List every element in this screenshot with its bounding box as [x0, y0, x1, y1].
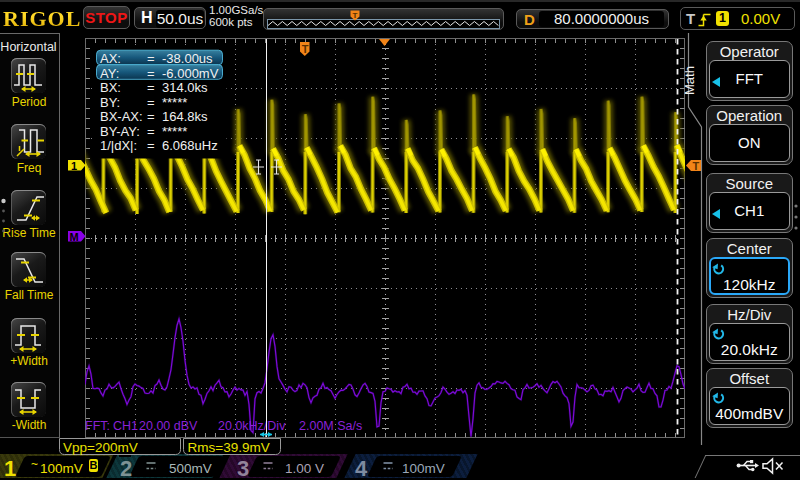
svg-text:AY:: AY:: [100, 66, 119, 81]
svg-text:=: =: [147, 51, 155, 66]
svg-text:*****: *****: [162, 124, 187, 139]
svg-text:BX:: BX:: [100, 80, 121, 95]
svg-text:BY:: BY:: [100, 95, 120, 110]
svg-text:6.068uHz: 6.068uHz: [162, 138, 218, 153]
svg-text:T: T: [693, 160, 700, 172]
svg-text:20.00 dBV: 20.00 dBV: [139, 419, 198, 433]
svg-text:T: T: [353, 10, 358, 19]
svg-text:*****: *****: [162, 95, 187, 110]
svg-text:FFT:: FFT:: [85, 419, 110, 433]
svg-text:-38.00us: -38.00us: [162, 51, 213, 66]
svg-text:20.0kHz/Div: 20.0kHz/Div: [218, 419, 286, 433]
svg-text:AX:: AX:: [100, 51, 121, 66]
svg-text:=: =: [147, 124, 155, 139]
svg-text:Vpp=200mV: Vpp=200mV: [63, 440, 138, 455]
svg-text:1: 1: [71, 160, 77, 172]
svg-text:BY-AY:: BY-AY:: [100, 124, 140, 139]
svg-text:2.00M Sa/s: 2.00M Sa/s: [299, 419, 362, 433]
svg-text:T: T: [302, 43, 309, 55]
svg-text:Rms=39.9mV: Rms=39.9mV: [188, 440, 270, 455]
svg-text:=: =: [147, 66, 155, 81]
svg-text:=: =: [147, 80, 155, 95]
svg-text:164.8ks: 164.8ks: [162, 109, 208, 124]
svg-text:314.0ks: 314.0ks: [162, 80, 208, 95]
svg-text:-6.000mV: -6.000mV: [162, 66, 219, 81]
svg-text:=: =: [147, 109, 155, 124]
svg-text:BX-AX:: BX-AX:: [100, 109, 143, 124]
svg-text:M: M: [70, 231, 79, 243]
svg-text:=: =: [147, 138, 155, 153]
svg-text:1/|dX|:: 1/|dX|:: [100, 138, 137, 153]
svg-text:=: =: [147, 95, 155, 110]
svg-text:CH1: CH1: [113, 419, 138, 433]
